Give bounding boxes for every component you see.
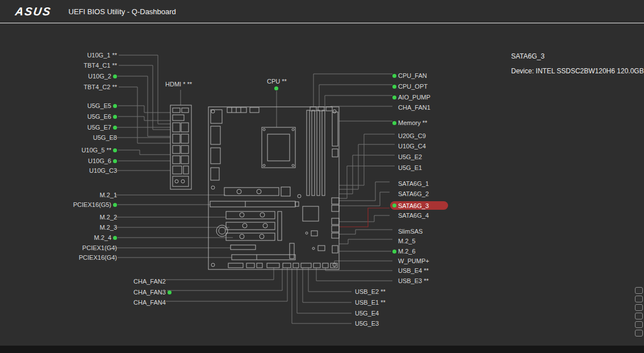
ram-slot — [322, 110, 325, 196]
port-label-u10g-5[interactable]: U10G_5 ** — [81, 146, 117, 154]
port-label-cha-fan3[interactable]: CHA_FAN3 — [133, 288, 172, 296]
port-label-cha-fan1[interactable]: CHA_FAN1 — [398, 103, 430, 111]
port-label-cpu-fan[interactable]: CPU_FAN — [392, 72, 427, 80]
port-label-u20g-c9[interactable]: U20G_C9 — [398, 132, 426, 140]
port-label-usb-e3[interactable]: USB_E3 ** — [398, 277, 429, 285]
port-label-tbt4-c2[interactable]: TBT4_C2 ** — [83, 83, 117, 91]
port-label-text: PCIEX1(G4) — [82, 244, 117, 251]
selected-port-title: SATA6G_3 — [511, 52, 545, 60]
port-label-aio-pump[interactable]: AIO_PUMP — [392, 93, 430, 101]
sata-port — [332, 198, 339, 204]
connected-dot — [113, 104, 117, 108]
port-label-usb-e2[interactable]: USB_E2 ** — [355, 288, 386, 296]
port-label-sata6g-2[interactable]: SATA6G_2 — [398, 190, 429, 198]
port-label-text: HDMI * ** — [165, 81, 192, 88]
port-label-text: W_PUMP+ — [398, 258, 429, 264]
port-label-memory[interactable]: Memory ** — [392, 119, 427, 127]
port-label-u5g-e5[interactable]: U5G_E5 — [87, 102, 117, 110]
port-label-m2-6[interactable]: M.2_6 — [392, 247, 416, 255]
port-label-cha-fan4[interactable]: CHA_FAN4 — [133, 298, 166, 306]
port-label-u5g-e3[interactable]: U5G_E3 — [355, 319, 379, 327]
cpu-socket — [262, 127, 295, 168]
port-label-cpu-opt[interactable]: CPU_OPT — [392, 82, 428, 90]
port-label-usb-e1[interactable]: USB_E1 ** — [355, 298, 386, 306]
port-label-text: U5G_E3 — [355, 320, 379, 327]
port-label-u5g-e1[interactable]: U5G_E1 — [398, 164, 422, 172]
connected-dot — [392, 85, 396, 89]
port-label-text: USB_E3 ** — [398, 277, 429, 284]
port-label-w-pump[interactable]: W_PUMP+ — [398, 257, 429, 265]
port-label-tbt4-c1[interactable]: TBT4_C1 ** — [83, 61, 117, 69]
port-label-text: CPU_FAN — [398, 72, 427, 79]
port-label-usb-e4[interactable]: USB_E4 ** — [398, 267, 429, 275]
port-label-text: USB_E2 ** — [355, 288, 386, 295]
pciex1-g4-slot — [231, 245, 256, 250]
port-label-text: U5G_E2 — [398, 153, 422, 160]
port-label-text: SATA6G_4 — [398, 212, 429, 219]
port-label-pciex16-g4[interactable]: PCIEX16(G4) — [79, 254, 117, 261]
port-label-m2-4[interactable]: M.2_4 — [94, 234, 117, 242]
connected-dot — [392, 121, 396, 125]
port-label-pciex1-g4[interactable]: PCIEX1(G4) — [82, 244, 117, 252]
sata-port — [332, 218, 339, 225]
port-label-text: U5G_E1 — [398, 164, 422, 171]
port-label-u5g-e7[interactable]: U5G_E7 — [87, 123, 117, 131]
port-label-u10g-6[interactable]: U10G_6 — [88, 157, 117, 165]
edge-indicator-box — [635, 330, 643, 337]
port-label-sata6g-1[interactable]: SATA6G_1 — [398, 180, 429, 188]
port-label-text: U20G_C9 — [398, 132, 426, 139]
port-label-text: U10G_2 — [88, 73, 111, 80]
board-components — [210, 107, 339, 268]
port-label-text: U5G_E4 — [355, 310, 379, 317]
port-label-text: U10G_C3 — [89, 167, 117, 174]
connected-dot — [113, 159, 117, 163]
port-label-text: U10G_C4 — [398, 143, 426, 149]
port-label-text: U10G_5 ** — [81, 147, 111, 153]
port-label-text: SATA6G_3 — [398, 202, 429, 209]
port-label-text: M.2_6 — [398, 248, 416, 255]
port-label-text: CHA_FAN1 — [398, 104, 430, 111]
ram-slot — [307, 110, 310, 196]
edge-indicator-box — [635, 313, 643, 319]
atx-power-connector — [332, 112, 338, 146]
connected-dot — [113, 126, 117, 130]
port-label-u10g-c4[interactable]: U10G_C4 — [398, 142, 426, 150]
port-label-text: M.2_1 — [99, 192, 117, 198]
port-label-text: SlimSAS — [398, 228, 423, 235]
connected-dot — [392, 95, 396, 99]
connected-dot — [392, 74, 396, 78]
port-label-text: U5G_E6 — [87, 113, 111, 120]
port-label-u5g-e8[interactable]: U5G_E8 — [93, 134, 117, 142]
port-label-u5g-e6[interactable]: U5G_E6 — [87, 113, 117, 121]
port-label-m2-3[interactable]: M.2_3 — [99, 223, 117, 231]
port-label-slimsas[interactable]: SlimSAS — [398, 227, 423, 235]
sata-port — [332, 226, 339, 232]
port-label-text: M.2_3 — [99, 224, 117, 231]
sata-port — [332, 205, 339, 211]
port-label-text: U5G_E8 — [93, 134, 117, 141]
connected-dot — [113, 74, 117, 78]
port-label-pciex16-g5[interactable]: PCIEX16(G5) — [73, 201, 117, 209]
port-label-hdmi[interactable]: HDMI * ** — [165, 80, 192, 88]
port-label-cha-fan2[interactable]: CHA_FAN2 — [133, 277, 166, 285]
slimsas-port — [332, 233, 339, 238]
chipset — [303, 206, 319, 221]
port-label-text: CPU_OPT — [398, 83, 428, 90]
m2-slot-1 — [224, 188, 279, 196]
port-label-m2-1[interactable]: M.2_1 — [99, 191, 117, 199]
port-label-text: SATA6G_1 — [398, 180, 429, 187]
port-label-u10g-2[interactable]: U10G_2 — [88, 72, 117, 80]
port-label-cpu[interactable]: CPU ** — [267, 77, 287, 85]
selected-port-device: Device: INTEL SSDSC2BW120H6 120.0GB — [511, 67, 644, 75]
port-label-m2-2[interactable]: M.2_2 — [99, 213, 117, 221]
connected-dot — [392, 250, 396, 254]
connected-dot — [392, 204, 396, 207]
port-label-u5g-e4[interactable]: U5G_E4 — [355, 309, 379, 317]
port-label-u10g-c3[interactable]: U10G_C3 — [89, 167, 117, 175]
port-label-u5g-e2[interactable]: U5G_E2 — [398, 153, 422, 161]
port-label-m2-5[interactable]: M.2_5 — [398, 237, 416, 245]
port-label-u10g-1[interactable]: U10G_1 ** — [87, 51, 117, 59]
selected-connector-line — [339, 208, 390, 227]
port-label-sata6g-4[interactable]: SATA6G_4 — [398, 211, 429, 219]
port-label-sata6g-3-selected[interactable]: SATA6G_3 — [390, 201, 448, 210]
